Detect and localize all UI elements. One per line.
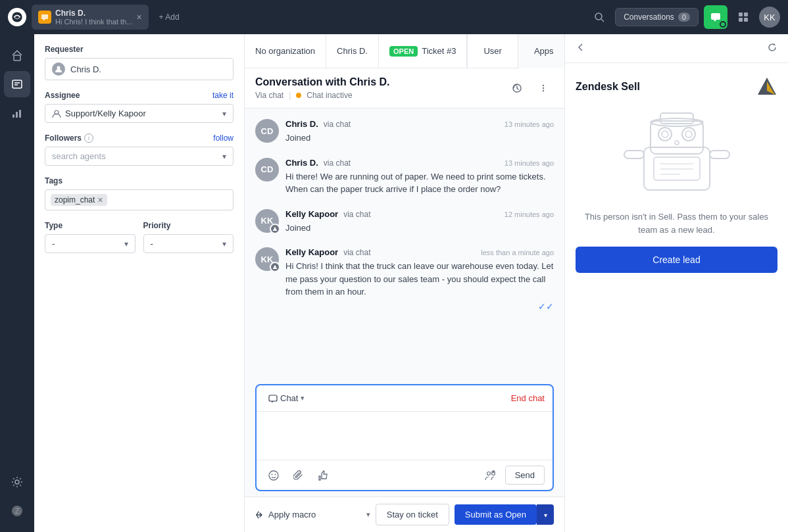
- followers-label: Followers: [45, 133, 82, 143]
- add-tab-button[interactable]: + Add: [154, 10, 185, 24]
- svg-line-2: [601, 19, 604, 22]
- chat-column: No organization Chris D. OPEN Ticket #3 …: [245, 34, 564, 532]
- message-1: CD Chris D. via chat 13 minutes ago Join…: [255, 119, 554, 145]
- stay-on-ticket-button[interactable]: Stay on ticket: [376, 504, 449, 525]
- breadcrumb-no-org[interactable]: No organization: [245, 34, 326, 68]
- tab-icon: [38, 11, 51, 24]
- svg-rect-26: [269, 395, 277, 401]
- tab-title: Chris D.: [55, 9, 132, 18]
- sell-content: Zendesk Sell: [565, 63, 788, 286]
- breadcrumb-ticket-label: Ticket #3: [422, 46, 456, 56]
- svg-point-21: [543, 85, 544, 86]
- svg-point-1: [595, 13, 602, 20]
- apply-macro-label: Apply macro: [268, 510, 316, 520]
- followers-section: Followers i follow search agents: [45, 133, 234, 166]
- refresh-button[interactable]: [767, 42, 777, 55]
- sidebar-form: Requester Chris D. Assignee take it: [34, 34, 244, 532]
- collapse-button[interactable]: [576, 42, 586, 55]
- tab-close-button[interactable]: ×: [136, 12, 141, 22]
- msg-via-3: via chat: [343, 210, 370, 219]
- type-priority-row: Type - Priority -: [45, 221, 234, 253]
- tab-apps[interactable]: Apps: [518, 34, 564, 68]
- send-button[interactable]: Send: [505, 466, 545, 485]
- svg-point-39: [685, 131, 692, 137]
- history-button[interactable]: [506, 78, 528, 99]
- requester-section: Requester Chris D.: [45, 45, 234, 80]
- msg-text-3: Joined: [285, 222, 554, 235]
- chat-input-toolbar: Chat End chat: [257, 385, 553, 412]
- svg-rect-48: [710, 151, 729, 158]
- tag-zopim-chat: zopim_chat ×: [51, 194, 107, 206]
- priority-select[interactable]: -: [143, 234, 234, 253]
- conversations-button[interactable]: Conversations 0: [615, 8, 699, 26]
- svg-rect-6: [739, 18, 743, 22]
- chat-mode-button[interactable]: Chat: [264, 391, 308, 406]
- tag-remove-button[interactable]: ×: [97, 195, 103, 205]
- msg-time-4: less than a minute ago: [481, 249, 554, 256]
- requester-input[interactable]: Chris D.: [45, 58, 234, 80]
- requester-name: Chris D.: [70, 64, 101, 74]
- msg-sender-1: Chris D.: [285, 119, 318, 129]
- nav-settings[interactable]: [4, 469, 30, 495]
- tags-label: Tags: [45, 176, 234, 185]
- svg-point-27: [269, 471, 278, 480]
- chat-textarea[interactable]: [257, 412, 553, 458]
- chat-status: Chat inactive: [307, 91, 352, 100]
- msg-avatar-badge-4: [270, 262, 280, 272]
- assignee-section: Assignee take it Support/Kelly Kapoor: [45, 91, 234, 123]
- user-avatar[interactable]: KK: [759, 7, 780, 28]
- transfer-button[interactable]: [481, 466, 500, 485]
- breadcrumb-ticket[interactable]: OPEN Ticket #3: [379, 34, 467, 68]
- followers-info-icon[interactable]: i: [84, 133, 93, 143]
- attachment-button[interactable]: [289, 466, 308, 485]
- type-chevron: [124, 239, 128, 249]
- type-label: Type: [45, 221, 135, 230]
- apply-macro-button[interactable]: Apply macro: [255, 510, 370, 520]
- svg-point-22: [543, 87, 544, 89]
- search-agents-input[interactable]: search agents: [45, 147, 234, 166]
- msg-avatar-badge-3: [270, 224, 280, 234]
- user-apps-tabs: User Apps: [467, 34, 564, 68]
- search-button[interactable]: [589, 7, 610, 28]
- like-button[interactable]: [314, 466, 333, 485]
- active-tab[interactable]: Chris D. Hi Chris! I think that th... ×: [32, 5, 149, 30]
- type-value: -: [52, 239, 55, 249]
- priority-section: Priority -: [143, 221, 234, 253]
- messages-area: CD Chris D. via chat 13 minutes ago Join…: [245, 109, 564, 384]
- right-panel: Zendesk Sell: [564, 34, 788, 532]
- svg-point-37: [682, 128, 695, 141]
- chat-header-actions: [506, 78, 554, 99]
- msg-time-2: 13 minutes ago: [505, 159, 554, 167]
- search-agents-placeholder: search agents: [52, 151, 106, 161]
- chat-input-area: Chat End chat: [255, 384, 554, 491]
- create-lead-button[interactable]: Create lead: [576, 247, 777, 273]
- chat-status-button[interactable]: [704, 5, 727, 29]
- msg-avatar-2: CD: [255, 158, 279, 181]
- more-options-button[interactable]: [533, 78, 554, 99]
- follow-link[interactable]: follow: [213, 133, 234, 143]
- nav-zendesk[interactable]: Z: [4, 498, 30, 524]
- submit-open-dropdown[interactable]: ▾: [537, 504, 554, 525]
- tab-user[interactable]: User: [467, 34, 517, 68]
- nav-reports[interactable]: [4, 100, 30, 126]
- assignee-select[interactable]: Support/Kelly Kapoor: [45, 104, 234, 123]
- macro-bar: Apply macro Stay on ticket Submit as Ope…: [245, 496, 564, 532]
- grid-view-button[interactable]: [733, 7, 754, 28]
- sell-logo-icon: [756, 76, 777, 97]
- submit-open-button[interactable]: Submit as Open: [455, 504, 537, 525]
- requester-label: Requester: [45, 45, 234, 54]
- msg-sender-3: Kelly Kapoor: [285, 209, 338, 219]
- msg-sender-2: Chris D.: [285, 158, 318, 168]
- assignee-label: Assignee: [45, 91, 80, 100]
- end-chat-button[interactable]: End chat: [511, 393, 545, 403]
- type-select[interactable]: -: [45, 234, 135, 253]
- breadcrumb-customer[interactable]: Chris D.: [326, 34, 379, 68]
- take-it-link[interactable]: take it: [212, 91, 234, 100]
- emoji-button[interactable]: [264, 466, 283, 485]
- nav-home[interactable]: [4, 42, 30, 68]
- nav-tickets[interactable]: [4, 71, 30, 97]
- message-4: KK Kelly Kapoor via chat less than a min…: [255, 247, 554, 312]
- tags-container[interactable]: zopim_chat ×: [45, 189, 234, 210]
- chat-mode-label: Chat: [280, 393, 298, 403]
- chat-header: Conversation with Chris D. Via chat | Ch…: [245, 68, 564, 109]
